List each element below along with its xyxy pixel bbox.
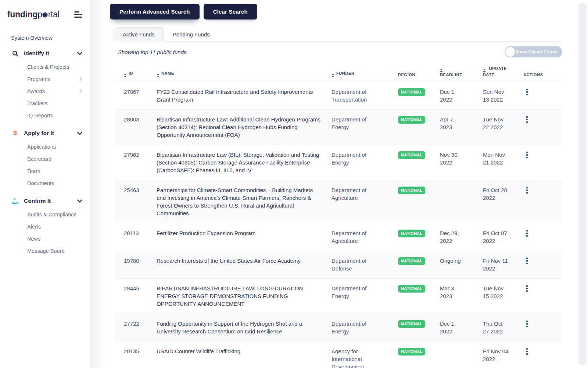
column-header-deadline[interactable]: DEADLINE: [440, 66, 466, 77]
region-badge: NATIONAL: [398, 151, 425, 159]
table-header-row: ID NAME FUNDER REGION DEADLINE UPDATE DA…: [115, 63, 562, 82]
sidebar-item-trackers[interactable]: Trackers: [0, 97, 90, 109]
table-row: 27962 Bipartisan Infrastructure Law (BIL…: [115, 145, 562, 180]
fund-name: Fertilizer Production Expansion Program: [157, 223, 331, 243]
column-header-actions: ACTIONS: [523, 72, 562, 77]
column-header-funder[interactable]: FUNDER: [331, 71, 398, 77]
sidebar-item-label: News: [27, 236, 40, 242]
logo-text-p: p: [37, 10, 42, 20]
sidebar-item-label: IQ Reports: [27, 113, 53, 118]
fund-funder: Agency for International Development: [331, 342, 372, 368]
column-header-update-date[interactable]: UPDATE DATE: [483, 66, 509, 77]
fund-deadline: Nov 30, 2022: [440, 145, 464, 172]
sidebar-item-alerts[interactable]: Alerts: [0, 220, 90, 233]
sidebar-item-applications[interactable]: Applications: [0, 141, 90, 153]
sort-icon: [440, 69, 443, 72]
sidebar-item-news[interactable]: News: [0, 233, 90, 245]
sidebar-item-documents[interactable]: Documents: [0, 177, 90, 189]
sidebar-item-team[interactable]: Team: [0, 165, 90, 177]
sidebar-item-programs[interactable]: Programs: [0, 73, 90, 85]
column-header-id[interactable]: ID: [115, 71, 157, 77]
row-actions-menu-button[interactable]: [524, 87, 530, 97]
actions-cell: [523, 110, 562, 130]
actions-cell: [523, 180, 562, 201]
row-actions-menu-button[interactable]: [524, 150, 530, 160]
fund-name: Bipartisan Infrastructure Law (BIL): Sto…: [157, 145, 331, 180]
fund-deadline: Ongoing: [440, 251, 464, 270]
region-badge: NATIONAL: [398, 348, 425, 355]
row-actions-menu-button[interactable]: [524, 115, 530, 124]
clear-search-button[interactable]: Clear Search: [204, 4, 257, 20]
table-row: 27722 Funding Opportunity in Support of …: [115, 314, 562, 341]
fund-funder: Department of Agriculture: [331, 180, 372, 208]
perform-advanced-search-button[interactable]: Perform Advanced Search: [110, 4, 200, 20]
fund-update-date: Fri Oct 07 2022: [483, 223, 509, 251]
sidebar-item-scorecard[interactable]: Scorecard: [0, 153, 90, 165]
fund-update-date: Fri Oct 28 2022: [483, 180, 509, 208]
sidebar-item-awards[interactable]: Awards: [0, 85, 90, 97]
sidebar-item-audits-compliance[interactable]: Audits & Compliance: [0, 208, 90, 220]
fund-deadline: Dec 1, 2022: [440, 314, 464, 341]
chevron-down-icon: [77, 198, 82, 204]
row-actions-menu-button[interactable]: [524, 229, 530, 238]
fund-name: Partnerships for Climate-Smart Commoditi…: [157, 180, 331, 223]
row-actions-menu-button[interactable]: [524, 347, 530, 356]
sort-icon: [157, 74, 159, 77]
chevron-down-icon: [77, 130, 82, 137]
actions-cell: [523, 342, 562, 362]
table-row: 20135 USAID Counter Wildlife Trafficking…: [115, 341, 562, 368]
vertical-scrollbar[interactable]: [578, 3, 587, 365]
fund-funder: Department of Transportation: [331, 82, 372, 109]
column-header-label: ACTIONS: [523, 72, 543, 77]
chevron-right-icon: [79, 88, 82, 94]
sidebar-item-label: Awards: [27, 88, 45, 94]
actions-cell: [523, 223, 562, 244]
fund-id: 28003: [115, 110, 157, 129]
menu-toggle-button[interactable]: [74, 11, 83, 18]
fund-name: BIPARTISAN INFRASTRUCTURE LAW: LONG-DURA…: [157, 279, 331, 314]
fund-update-date: Fri Nov 04 2022: [483, 342, 509, 368]
hand-money-icon: $: [11, 197, 19, 205]
fund-deadline: Apr 7, 2023: [440, 110, 464, 137]
row-actions-menu-button[interactable]: [524, 256, 530, 266]
region-cell: NATIONAL: [398, 110, 440, 130]
tab-active-funds[interactable]: Active Funds: [114, 27, 164, 42]
fund-update-date: Tue Nov 15 2022: [483, 279, 509, 306]
column-header-label: FUNDER: [336, 71, 354, 75]
sidebar-item-label: Scorecard: [27, 156, 51, 162]
actions-cell: [523, 82, 562, 103]
tab-pending-funds[interactable]: Pending Funds: [164, 28, 219, 41]
system-overview-link[interactable]: System Overview: [11, 35, 90, 41]
nav-section-label: Identify It: [24, 50, 77, 57]
fund-id: 19780: [115, 251, 157, 270]
column-header-name[interactable]: NAME: [157, 71, 331, 77]
column-header-label: NAME: [161, 71, 174, 75]
row-actions-menu-button[interactable]: [524, 185, 530, 195]
nav-section-apply-for-it[interactable]: $ Apply for It: [0, 126, 90, 141]
sidebar-nav: Identify It Clients & Projects Programs …: [0, 46, 90, 257]
sidebar-item-label: Documents: [27, 180, 54, 186]
fund-funder: Department of Energy: [331, 110, 372, 137]
logo-text-funding: funding: [7, 10, 37, 20]
nav-section-confirm-it[interactable]: $ Confirm It: [0, 194, 90, 208]
fund-update-date: Fri Nov 11 2022: [483, 251, 509, 278]
sidebar-item-clients-projects[interactable]: Clients & Projects: [0, 61, 90, 73]
fundingportal-logo: fundingprtal: [7, 10, 59, 20]
sidebar-item-message-board[interactable]: Message Board: [0, 245, 90, 257]
toggle-label: Show Private Funds: [515, 50, 558, 54]
fund-name: Bipartisan Infrastructure Law: Additiona…: [157, 110, 331, 145]
nav-section-identify-it[interactable]: Identify It: [0, 46, 90, 61]
row-actions-menu-button[interactable]: [524, 319, 530, 329]
column-header-label: ID: [129, 71, 133, 75]
chevron-down-icon: [77, 50, 82, 57]
fund-deadline: Mar 3, 2023: [440, 279, 464, 306]
sidebar-item-iq-reports[interactable]: IQ Reports: [0, 109, 90, 121]
fund-id: 25463: [115, 180, 157, 200]
show-private-funds-toggle[interactable]: Show Private Funds: [505, 46, 562, 57]
column-header-label: REGION: [398, 72, 415, 77]
row-actions-menu-button[interactable]: [524, 284, 530, 293]
logo-text-rtal: rtal: [48, 10, 60, 20]
sidebar-item-label: Team: [27, 168, 40, 174]
fund-id: 28113: [115, 223, 157, 243]
fund-name: Research Interests of the United States …: [157, 251, 331, 270]
